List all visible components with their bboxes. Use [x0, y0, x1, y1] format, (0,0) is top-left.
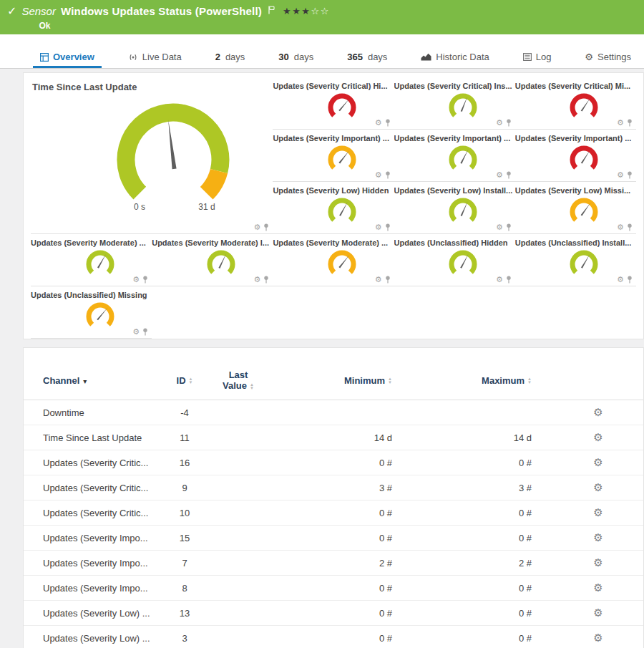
channel-row-1[interactable]: Downtime-4⚙: [24, 400, 643, 425]
gauge-settings-gear-icon[interactable]: ⚙: [375, 276, 382, 284]
gauge-settings-gear-icon[interactable]: ⚙: [617, 276, 624, 284]
channel-maximum: 3 #: [414, 475, 553, 500]
sort-icon[interactable]: ▲▼: [250, 383, 254, 390]
column-header-last-value[interactable]: Last Value▲▼: [203, 348, 274, 400]
channel-name[interactable]: Updates (Severity Impo...: [24, 551, 167, 576]
gauge-pin-icon[interactable]: [506, 171, 512, 179]
tab-2-days[interactable]: 2days: [208, 48, 253, 68]
column-header-minimum[interactable]: Minimum▲▼: [274, 348, 414, 400]
channel-edit-gear-icon[interactable]: ⚙: [593, 431, 602, 443]
tab-log[interactable]: Log: [516, 48, 559, 68]
gauge-pin-icon[interactable]: [142, 328, 148, 336]
gauge-settings-gear-icon[interactable]: ⚙: [375, 119, 382, 127]
gauge-pin-icon[interactable]: [385, 119, 391, 127]
column-header-channel[interactable]: Channel▾: [24, 348, 167, 400]
channel-row-5[interactable]: Updates (Severity Critic...100 #0 #⚙: [24, 500, 643, 526]
gauge-settings-gear-icon[interactable]: ⚙: [254, 223, 261, 231]
gauge-tools: ⚙: [496, 119, 512, 127]
settings-icon: ⚙: [585, 52, 593, 62]
gauge-settings-gear-icon[interactable]: ⚙: [496, 223, 503, 231]
gauge-pin-icon[interactable]: [627, 119, 633, 127]
priority-stars[interactable]: ★★★☆☆: [283, 5, 330, 18]
gauge-pin-icon[interactable]: [627, 276, 633, 284]
gauge-pin-icon[interactable]: [385, 171, 391, 179]
channel-name[interactable]: Updates (Severity Low) ...: [24, 601, 167, 626]
gauge-panel-2: Updates (Severity Critical) Ins...⚙: [394, 77, 515, 130]
gauge-pin-icon[interactable]: [627, 171, 633, 179]
gauge-settings-gear-icon[interactable]: ⚙: [617, 119, 624, 127]
star-filled-icon[interactable]: ★: [283, 6, 292, 16]
flag-icon[interactable]: [268, 6, 275, 14]
gauge-pin-icon[interactable]: [263, 223, 269, 231]
sort-icon[interactable]: ▲▼: [527, 377, 532, 385]
channel-name[interactable]: Downtime: [24, 400, 167, 425]
channel-edit-gear-icon[interactable]: ⚙: [593, 456, 602, 468]
channel-edit-gear-icon[interactable]: ⚙: [593, 581, 602, 594]
gauge-settings-gear-icon[interactable]: ⚙: [254, 276, 261, 284]
tab-bar: OverviewLive Data2days30days365daysHisto…: [0, 48, 644, 69]
channel-edit-gear-icon[interactable]: ⚙: [593, 506, 602, 518]
channel-edit-gear-icon[interactable]: ⚙: [593, 632, 602, 644]
tab-historic-data[interactable]: Historic Data: [414, 48, 496, 68]
channel-row-4[interactable]: Updates (Severity Critic...93 #3 #⚙: [24, 475, 643, 500]
channel-name[interactable]: Updates (Severity Critic...: [24, 475, 167, 500]
star-filled-icon[interactable]: ★: [301, 6, 311, 16]
channel-name[interactable]: Updates (Severity Impo...: [24, 576, 167, 601]
channel-row-8[interactable]: Updates (Severity Impo...80 #0 #⚙: [24, 576, 643, 601]
tab-overview[interactable]: Overview: [33, 48, 102, 68]
sort-icon[interactable]: ▲▼: [388, 377, 392, 385]
column-label-id: ID: [177, 375, 186, 386]
channel-last-value: [203, 450, 274, 475]
gauge-settings-gear-icon[interactable]: ⚙: [375, 223, 382, 231]
gauge-pin-icon[interactable]: [142, 276, 148, 284]
channel-row-2[interactable]: Time Since Last Update1114 d14 d⚙: [24, 425, 643, 450]
gauge-panel-3: Updates (Severity Critical) Mi...⚙: [515, 77, 636, 130]
star-empty-icon[interactable]: ☆: [311, 6, 320, 16]
gauge-settings-gear-icon[interactable]: ⚙: [617, 223, 624, 231]
channel-name[interactable]: Updates (Severity Impo...: [24, 526, 167, 551]
column-header-maximum[interactable]: Maximum▲▼: [414, 348, 553, 400]
gauge-pin-icon[interactable]: [627, 223, 633, 231]
channel-edit-gear-icon[interactable]: ⚙: [593, 556, 602, 569]
gauge-settings-gear-icon[interactable]: ⚙: [132, 276, 140, 284]
gauge-pin-icon[interactable]: [385, 223, 391, 231]
channel-row-7[interactable]: Updates (Severity Impo...72 #2 #⚙: [24, 551, 643, 576]
tab-365-days[interactable]: 365days: [340, 48, 394, 68]
gauge-settings-gear-icon[interactable]: ⚙: [617, 171, 624, 179]
star-empty-icon[interactable]: ☆: [321, 6, 330, 16]
gauge-tools: ⚙: [496, 276, 512, 284]
sort-icon[interactable]: ▲▼: [189, 377, 193, 385]
gauge-pin-icon[interactable]: [263, 276, 269, 284]
star-filled-icon[interactable]: ★: [292, 6, 301, 16]
gauge-pin-icon[interactable]: [385, 276, 391, 284]
sort-dropdown-caret-icon[interactable]: ▾: [83, 377, 87, 385]
channel-gauge: [444, 195, 482, 228]
tab-settings[interactable]: ⚙Settings: [577, 48, 638, 68]
channel-edit-gear-icon[interactable]: ⚙: [593, 406, 602, 418]
gauge-settings-gear-icon[interactable]: ⚙: [375, 171, 382, 179]
gauge-pin-icon[interactable]: [506, 223, 512, 231]
channel-row-9[interactable]: Updates (Severity Low) ...130 #0 #⚙: [24, 601, 643, 626]
channel-row-6[interactable]: Updates (Severity Impo...150 #0 #⚙: [24, 526, 643, 551]
channel-last-value: [203, 400, 274, 425]
channel-edit-gear-icon[interactable]: ⚙: [593, 531, 602, 543]
channel-edit-gear-icon[interactable]: ⚙: [593, 606, 602, 619]
channel-name[interactable]: Updates (Severity Low) ...: [24, 626, 167, 648]
gauge-settings-gear-icon[interactable]: ⚙: [132, 328, 140, 336]
channel-edit-gear-icon[interactable]: ⚙: [593, 481, 602, 493]
tab-live-data[interactable]: Live Data: [121, 48, 189, 68]
channel-name[interactable]: Updates (Severity Critic...: [24, 500, 167, 526]
column-header-id[interactable]: ID▲▼: [167, 348, 203, 400]
channel-row-10[interactable]: Updates (Severity Low) ...30 #0 #⚙: [24, 626, 643, 648]
channel-name[interactable]: Updates (Severity Critic...: [24, 450, 167, 475]
channel-id: 9: [167, 475, 203, 500]
channel-minimum: 0 #: [274, 576, 414, 601]
gauge-settings-gear-icon[interactable]: ⚙: [496, 171, 503, 179]
gauge-settings-gear-icon[interactable]: ⚙: [496, 276, 503, 284]
channel-name[interactable]: Time Since Last Update: [24, 425, 167, 450]
gauge-settings-gear-icon[interactable]: ⚙: [496, 119, 503, 127]
tab-30-days[interactable]: 30days: [271, 48, 321, 68]
gauge-pin-icon[interactable]: [506, 119, 512, 127]
gauge-pin-icon[interactable]: [506, 276, 512, 284]
channel-row-3[interactable]: Updates (Severity Critic...160 #0 #⚙: [24, 450, 643, 475]
